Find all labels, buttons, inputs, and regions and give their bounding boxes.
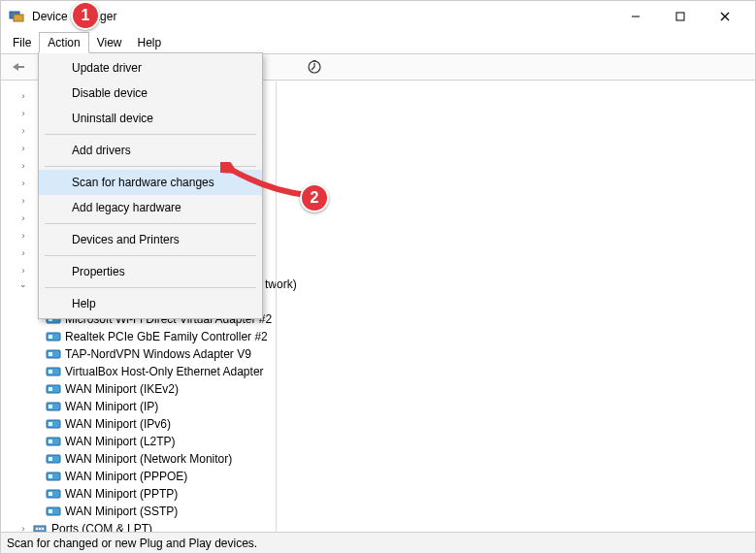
svg-rect-37	[39, 528, 41, 530]
network-adapter-icon	[46, 346, 61, 362]
tree-item[interactable]: WAN Miniport (IPv6)	[46, 415, 755, 433]
svg-rect-1	[14, 15, 23, 21]
expander-icon[interactable]: ›	[16, 196, 30, 206]
expander-icon[interactable]: ›	[16, 213, 30, 223]
svg-rect-20	[49, 387, 52, 391]
svg-rect-14	[49, 335, 52, 339]
tree-item-label: WAN Miniport (L2TP)	[65, 435, 176, 448]
titlebar: Device Manager	[1, 1, 755, 32]
menu-devices-printers[interactable]: Devices and Printers	[39, 227, 262, 252]
tree-item-label: VirtualBox Host-Only Ethernet Adapter	[65, 365, 264, 378]
tree-item[interactable]: WAN Miniport (IKEv2)	[46, 380, 755, 398]
statusbar: Scan for changed or new Plug and Play de…	[1, 532, 755, 553]
expander-icon[interactable]: ›	[16, 109, 30, 118]
tree-item-label: WAN Miniport (PPTP)	[65, 487, 178, 501]
expander-icon[interactable]: ›	[16, 144, 30, 153]
svg-rect-32	[49, 492, 52, 496]
tree-item[interactable]: WAN Miniport (L2TP)	[46, 433, 755, 450]
network-adapter-icon	[46, 486, 61, 502]
expander-icon[interactable]: ›	[16, 266, 30, 276]
menu-uninstall-device[interactable]: Uninstall device	[39, 106, 262, 131]
network-adapter-icon	[46, 434, 61, 449]
svg-rect-18	[49, 370, 52, 374]
menu-separator	[45, 255, 256, 256]
tree-item-label: WAN Miniport (SSTP)	[65, 505, 178, 518]
menu-add-drivers[interactable]: Add drivers	[39, 138, 262, 163]
network-adapter-icon	[46, 469, 61, 484]
svg-rect-36	[36, 528, 38, 530]
annotation-badge-2: 2	[300, 183, 329, 212]
network-adapter-icon	[46, 364, 61, 379]
back-button[interactable]	[7, 56, 30, 78]
menu-help[interactable]: Help	[130, 32, 170, 53]
network-adapter-icon	[46, 329, 61, 344]
tree-item-label: WAN Miniport (Network Monitor)	[65, 452, 232, 466]
maximize-button[interactable]	[658, 1, 703, 32]
tree-item[interactable]: Realtek PCIe GbE Family Controller #2	[46, 328, 755, 345]
ports-icon	[32, 521, 48, 532]
network-adapter-icon	[46, 416, 61, 432]
network-adapter-icon	[46, 504, 61, 519]
svg-rect-26	[49, 440, 52, 443]
expander-icon[interactable]: ›	[16, 248, 30, 258]
svg-rect-28	[49, 457, 52, 461]
menu-disable-device[interactable]: Disable device	[39, 81, 262, 106]
statusbar-text: Scan for changed or new Plug and Play de…	[7, 537, 257, 550]
menu-separator	[45, 223, 256, 224]
tree-item[interactable]: WAN Miniport (PPPOE)	[46, 468, 755, 485]
svg-rect-34	[49, 509, 52, 513]
network-adapter-icon	[46, 399, 61, 414]
expander-icon[interactable]: ›	[16, 231, 30, 241]
tree-item-label: WAN Miniport (IKEv2)	[65, 382, 179, 396]
expander-icon[interactable]: ›	[16, 179, 30, 188]
tree-item-label: Realtek PCIe GbE Family Controller #2	[65, 330, 268, 343]
tree-item-label: WAN Miniport (IPv6)	[65, 417, 171, 431]
pane-divider[interactable]	[276, 81, 277, 532]
menu-properties[interactable]: Properties	[39, 259, 262, 284]
menu-separator	[45, 134, 256, 135]
expander-icon[interactable]: ›	[16, 126, 30, 136]
svg-rect-16	[49, 352, 52, 356]
tree-item[interactable]: WAN Miniport (IP)	[46, 398, 755, 415]
scan-toolbar-button[interactable]	[303, 56, 326, 78]
svg-rect-24	[49, 422, 52, 426]
menu-action[interactable]: Action	[39, 32, 88, 53]
tree-item[interactable]: WAN Miniport (PPTP)	[46, 485, 755, 503]
menu-file[interactable]: File	[5, 32, 39, 53]
tree-stub-rows: › › › › › › › › › › ›	[16, 87, 30, 279]
close-button[interactable]	[703, 1, 747, 32]
svg-rect-30	[49, 474, 52, 478]
app-icon	[9, 9, 24, 24]
menu-help[interactable]: Help	[39, 291, 262, 316]
tree-item[interactable]: WAN Miniport (Network Monitor)	[46, 450, 755, 468]
svg-rect-3	[676, 13, 684, 20]
tree-item-label: TAP-NordVPN Windows Adapter V9	[65, 347, 251, 361]
expander-icon[interactable]: ⌄	[16, 277, 30, 291]
svg-rect-22	[49, 405, 52, 408]
network-adapter-icon	[46, 381, 61, 397]
svg-rect-38	[42, 528, 44, 530]
tree-category-label: twork)	[265, 277, 297, 291]
tree-item[interactable]: TAP-NordVPN Windows Adapter V9	[46, 345, 755, 363]
tree-item[interactable]: VirtualBox Host-Only Ethernet Adapter	[46, 363, 755, 380]
expander-icon[interactable]: ›	[16, 91, 30, 101]
minimize-button[interactable]	[613, 1, 658, 32]
menu-view[interactable]: View	[89, 32, 130, 53]
tree-item[interactable]: WAN Miniport (SSTP)	[46, 503, 755, 520]
tree-category-ports[interactable]: › Ports (COM & LPT)	[16, 520, 755, 532]
tree-item-label: Ports (COM & LPT)	[51, 522, 152, 532]
expander-icon[interactable]: ›	[16, 522, 30, 532]
tree-item-label: WAN Miniport (PPPOE)	[65, 470, 187, 483]
network-adapter-icon	[46, 451, 61, 467]
annotation-badge-1: 1	[71, 1, 100, 30]
menu-update-driver[interactable]: Update driver	[39, 55, 262, 81]
expander-icon[interactable]: ›	[16, 161, 30, 171]
tree-item-label: WAN Miniport (IP)	[65, 400, 158, 413]
menubar: File Action View Help	[1, 32, 755, 53]
menu-separator	[45, 287, 256, 288]
